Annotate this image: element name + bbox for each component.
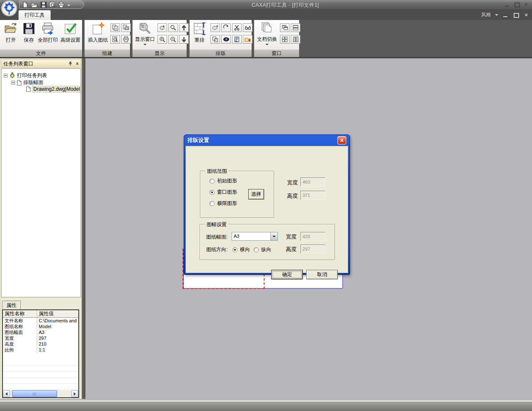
radio-selected-icon[interactable]	[232, 247, 237, 252]
print-icon[interactable]	[58, 2, 65, 8]
print-all-button[interactable]: 全部打印	[37, 22, 59, 44]
copy-printer-icon[interactable]	[121, 23, 131, 32]
doc-switch-dropdown-icon[interactable]	[265, 44, 269, 45]
table-row[interactable]: 图纸名称 Model	[3, 324, 78, 329]
horizontal-scrollbar[interactable]	[3, 390, 78, 397]
restore-icon[interactable]	[513, 2, 520, 7]
tree-item-label: 排版幅面	[23, 79, 43, 86]
open-file-icon[interactable]	[31, 2, 38, 8]
style-menu[interactable]: 风格	[481, 11, 491, 18]
scroll-left-icon[interactable]	[3, 390, 10, 397]
qat-more-icon[interactable]	[67, 2, 70, 7]
save-button[interactable]: 保存	[21, 22, 37, 44]
new-file-icon[interactable]	[22, 2, 28, 8]
table-row[interactable]: 高度 210	[3, 341, 78, 347]
sheet-size-label: 图纸幅面:	[206, 234, 227, 241]
tile-vertical-icon[interactable]	[291, 35, 300, 44]
save-icon[interactable]	[40, 2, 47, 8]
doc-switch-button[interactable]: 文档切换	[255, 22, 279, 45]
dialog-close-icon[interactable]: ×	[337, 136, 346, 144]
view-glasses-icon[interactable]	[243, 23, 252, 32]
dialog-titlebar[interactable]: 排版设置 ×	[185, 135, 348, 146]
dropdown-arrow-icon[interactable]	[270, 232, 277, 240]
open-button[interactable]: 打开	[2, 22, 20, 44]
mdi-minimize-icon[interactable]	[502, 12, 509, 17]
radio-initial-graphic[interactable]: 初始图形	[210, 177, 237, 184]
table-row[interactable]: 比例 1:1	[3, 347, 78, 353]
select-button[interactable]: 选择	[248, 189, 264, 199]
display-window-dropdown-icon[interactable]	[143, 44, 147, 45]
properties-header-row: 属性名称 属性值	[3, 310, 78, 318]
preview-sheet-icon[interactable]	[110, 35, 120, 44]
radio-limit-graphic[interactable]: 极限图形	[210, 200, 237, 207]
save-floppy-icon	[22, 22, 36, 36]
tile-quad-icon[interactable]	[280, 35, 290, 44]
task-tree: 打印任务列表 排版幅面 Drawing2.dwg|Model	[1, 68, 81, 297]
app-logo-icon[interactable]	[1, 0, 18, 17]
radio-icon[interactable]	[210, 201, 215, 206]
note-page-icon[interactable]	[232, 35, 242, 44]
overlap-shapes-icon[interactable]	[210, 35, 220, 44]
radio-landscape[interactable]: 横向	[232, 246, 250, 253]
minimize-icon[interactable]	[504, 2, 510, 7]
radio-icon[interactable]	[210, 179, 215, 184]
group-label-build: 组建	[85, 50, 130, 57]
dialog-body: 图纸范围 初始图形 窗口图形 极限图形 选择 宽度 460 高度 371 图幅设…	[185, 146, 348, 273]
cascade-windows-icon[interactable]	[280, 23, 290, 32]
tab-properties[interactable]: 属性	[2, 301, 21, 310]
tree-item-layout-sheet[interactable]: 排版幅面	[11, 79, 43, 86]
radio-portrait[interactable]: 纵向	[254, 246, 271, 253]
tile-horizontal-icon[interactable]	[291, 23, 300, 32]
pin-icon[interactable]	[68, 61, 72, 66]
group-label-file: 文件	[0, 50, 82, 57]
scrollbar-thumb[interactable]	[12, 390, 57, 397]
copy-sheet-icon[interactable]	[110, 23, 120, 32]
panel-splitter[interactable]	[82, 58, 85, 399]
pan-plus-icon[interactable]	[157, 23, 167, 32]
open-folder-icon	[4, 22, 18, 36]
move-up-icon[interactable]	[179, 23, 189, 32]
move-hand-icon[interactable]	[210, 23, 220, 32]
folder-add-icon[interactable]	[243, 35, 252, 44]
rotate-icon[interactable]	[221, 23, 231, 32]
sheet-size-value: A3	[232, 232, 270, 240]
tree-item-label: 打印任务列表	[17, 72, 47, 79]
print-sheet-icon[interactable]	[121, 35, 131, 44]
table-row[interactable]: 宽度 297	[3, 335, 78, 341]
zoom-out-icon[interactable]	[168, 35, 178, 44]
cut-scissors-icon[interactable]	[232, 23, 242, 32]
zoom-in-icon[interactable]	[157, 35, 167, 44]
radio-window-graphic[interactable]: 窗口图形	[210, 189, 237, 196]
table-row[interactable]: 图纸幅面 A3	[3, 329, 78, 335]
advanced-settings-button[interactable]: 高级设置	[59, 22, 82, 44]
caxa-print-tool-window: CAXA打印工具 - [打印文件1] ×	[0, 0, 532, 411]
move-down-icon[interactable]	[179, 35, 189, 44]
range-width-label: 宽度	[287, 179, 298, 187]
close-icon[interactable]: ×	[523, 2, 530, 7]
tree-item-print-tasks[interactable]: 打印任务列表	[4, 72, 47, 79]
collapse-icon[interactable]	[4, 74, 7, 77]
rearrange-button[interactable]: 重排	[191, 22, 208, 44]
ok-button[interactable]: 确定	[271, 270, 303, 279]
style-chevron-icon[interactable]	[495, 14, 498, 16]
eye-icon[interactable]	[221, 35, 231, 44]
zoom-dynamic-icon[interactable]	[168, 23, 178, 32]
mdi-restore-icon[interactable]	[512, 12, 519, 17]
radio-icon[interactable]	[254, 247, 259, 252]
sheet-size-dropdown[interactable]: A3	[232, 232, 278, 241]
radio-selected-icon[interactable]	[210, 190, 215, 195]
group-label-window: 窗口	[254, 50, 299, 57]
table-row[interactable]: 文件名称 C:\Documents and S	[3, 318, 78, 324]
save-preview-icon[interactable]	[49, 2, 55, 8]
scrollbar-track[interactable]	[10, 390, 71, 397]
scroll-right-icon[interactable]	[71, 390, 78, 397]
task-panel-close-icon[interactable]: ×	[76, 61, 79, 67]
mdi-close-icon[interactable]: ×	[523, 12, 530, 17]
tab-print-tools[interactable]: 打印工具	[18, 10, 51, 20]
collapse-icon[interactable]	[11, 81, 15, 85]
insert-sheet-icon	[91, 22, 105, 36]
cancel-button[interactable]: 取消	[306, 270, 338, 279]
display-window-button[interactable]: 显示窗口	[133, 22, 157, 45]
tree-item-drawing2[interactable]: Drawing2.dwg|Model	[26, 86, 81, 92]
insert-sheet-button[interactable]: 插入图纸	[86, 22, 110, 44]
